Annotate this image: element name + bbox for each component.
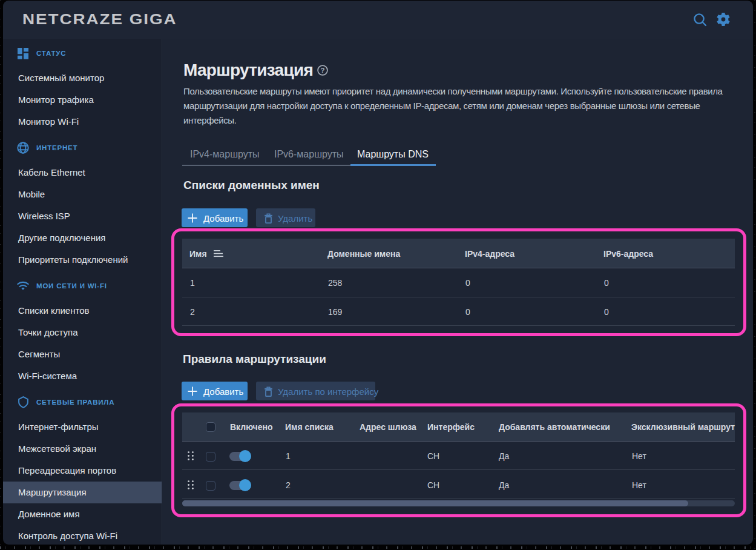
svg-text:?: ?: [320, 67, 324, 74]
